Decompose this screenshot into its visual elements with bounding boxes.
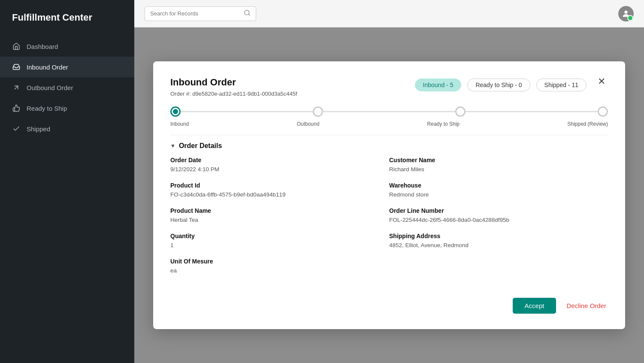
inbound-badge[interactable]: Inbound - 5 bbox=[415, 79, 462, 91]
modal-header: Inbound Order Order #: d9e5820e-ad32-ed1… bbox=[170, 77, 608, 97]
modal-footer: Accept Decline Order bbox=[170, 293, 608, 314]
decline-button[interactable]: Decline Order bbox=[565, 298, 608, 314]
search-icon bbox=[244, 9, 251, 18]
app-title: Fulfillment Center bbox=[0, 0, 134, 36]
step-label-shipped: Shipped (Review) bbox=[567, 121, 608, 127]
field-order-line-number: Order Line Number FOL-225444dc-26f5-4666… bbox=[389, 207, 608, 223]
step-label-inbound: Inbound bbox=[170, 121, 189, 127]
sidebar-item-label: Ready to Ship bbox=[27, 105, 67, 112]
product-name-label: Product Name bbox=[170, 207, 372, 214]
sidebar-item-label: Inbound Order bbox=[27, 64, 68, 71]
order-details-label: Order Details bbox=[179, 142, 222, 150]
search-input[interactable] bbox=[150, 10, 240, 17]
details-right-col: Customer Name Richard Miles Warehouse Re… bbox=[389, 157, 608, 283]
step-dot-shipped bbox=[598, 106, 608, 117]
progress-track bbox=[170, 106, 608, 117]
details-grid: Order Date 9/12/2022 4:10 PM Product Id … bbox=[170, 157, 608, 283]
order-date-label: Order Date bbox=[170, 157, 372, 163]
customer-name-value: Richard Miles bbox=[389, 166, 608, 172]
product-id-value: FO-c3d4c0da-6ffb-4575-b9ef-bd0aa494b119 bbox=[170, 191, 372, 198]
svg-point-3 bbox=[624, 10, 627, 13]
sidebar-item-label: Shipped bbox=[27, 125, 50, 133]
step-label-ready: Ready to Ship bbox=[427, 121, 460, 127]
modal-title-section: Inbound Order Order #: d9e5820e-ad32-ed1… bbox=[170, 77, 415, 97]
sidebar-item-outbound-order[interactable]: Outbound Order bbox=[0, 77, 134, 98]
product-name-value: Herbal Tea bbox=[170, 217, 372, 223]
field-shipping-address: Shipping Address 4852, Elliot, Avenue, R… bbox=[389, 233, 608, 248]
details-left-col: Order Date 9/12/2022 4:10 PM Product Id … bbox=[170, 157, 389, 283]
sidebar-nav: Dashboard Inbound Order Outbound Order bbox=[0, 36, 134, 139]
shipped-badge[interactable]: Shipped - 11 bbox=[536, 79, 587, 91]
sidebar-item-dashboard[interactable]: Dashboard bbox=[0, 36, 134, 57]
content-area: Inbound Order Order #: d9e5820e-ad32-ed1… bbox=[134, 27, 644, 363]
step-labels: Inbound Outbound Ready to Ship Shipped (… bbox=[170, 121, 608, 127]
shipping-address-label: Shipping Address bbox=[389, 233, 608, 239]
order-line-number-value: FOL-225444dc-26f5-4666-8da0-0ac4288df95b bbox=[389, 217, 608, 223]
field-unit-of-measure: Unit Of Mesure ea bbox=[170, 258, 372, 274]
sidebar-item-inbound-order[interactable]: Inbound Order bbox=[0, 57, 134, 77]
sidebar-item-ready-to-ship[interactable]: Ready to Ship bbox=[0, 98, 134, 118]
field-quantity: Quantity 1 bbox=[170, 233, 372, 248]
unit-of-measure-value: ea bbox=[170, 267, 372, 274]
customer-name-label: Customer Name bbox=[389, 157, 608, 163]
outbox-icon bbox=[12, 83, 21, 92]
unit-of-measure-label: Unit Of Mesure bbox=[170, 258, 372, 265]
accept-button[interactable]: Accept bbox=[513, 298, 556, 314]
field-product-id: Product Id FO-c3d4c0da-6ffb-4575-b9ef-bd… bbox=[170, 182, 372, 198]
order-line-number-label: Order Line Number bbox=[389, 207, 608, 214]
field-customer-name: Customer Name Richard Miles bbox=[389, 157, 608, 172]
quantity-label: Quantity bbox=[170, 233, 372, 239]
svg-line-0 bbox=[15, 86, 18, 90]
product-id-label: Product Id bbox=[170, 182, 372, 189]
home-icon bbox=[12, 42, 21, 51]
svg-line-2 bbox=[248, 14, 250, 15]
field-product-name: Product Name Herbal Tea bbox=[170, 207, 372, 223]
topbar bbox=[134, 0, 644, 27]
inbox-icon bbox=[12, 63, 21, 71]
order-date-value: 9/12/2022 4:10 PM bbox=[170, 166, 372, 172]
sidebar-item-shipped[interactable]: Shipped bbox=[0, 118, 134, 139]
check-icon bbox=[12, 124, 21, 133]
step-dot-outbound bbox=[313, 106, 323, 117]
field-warehouse: Warehouse Redmond store bbox=[389, 182, 608, 198]
sidebar-item-label: Dashboard bbox=[27, 43, 58, 50]
progress-bar: Inbound Outbound Ready to Ship Shipped (… bbox=[170, 106, 608, 127]
modal-dialog: Inbound Order Order #: d9e5820e-ad32-ed1… bbox=[153, 61, 625, 329]
modal-title: Inbound Order bbox=[170, 77, 415, 88]
step-dot-inbound bbox=[170, 106, 181, 117]
warehouse-label: Warehouse bbox=[389, 182, 608, 189]
ready-to-ship-badge[interactable]: Ready to Ship - 0 bbox=[467, 79, 530, 91]
thumbsup-icon bbox=[12, 104, 21, 112]
order-details-header[interactable]: ▼ Order Details bbox=[170, 135, 608, 150]
sidebar-item-label: Outbound Order bbox=[27, 84, 73, 91]
search-box[interactable] bbox=[145, 6, 256, 21]
avatar bbox=[618, 6, 634, 21]
close-button[interactable]: ✕ bbox=[595, 76, 608, 87]
field-order-date: Order Date 9/12/2022 4:10 PM bbox=[170, 157, 372, 172]
order-number-value: d9e5820e-ad32-ed11-9db1-000d3a5c445f bbox=[192, 91, 297, 97]
chevron-down-icon: ▼ bbox=[170, 143, 175, 149]
step-dot-ready bbox=[455, 106, 466, 117]
step-label-outbound: Outbound bbox=[297, 121, 320, 127]
modal-order-number: Order #: d9e5820e-ad32-ed11-9db1-000d3a5… bbox=[170, 91, 415, 97]
progress-steps bbox=[170, 106, 608, 117]
modal-status-badges: Inbound - 5 Ready to Ship - 0 Shipped - … bbox=[415, 79, 587, 91]
order-number-label: Order #: bbox=[170, 91, 191, 97]
warehouse-value: Redmond store bbox=[389, 191, 608, 198]
shipping-address-value: 4852, Elliot, Avenue, Redmond bbox=[389, 242, 608, 248]
main-area: Inbound Order Order #: d9e5820e-ad32-ed1… bbox=[134, 0, 644, 363]
quantity-value: 1 bbox=[170, 242, 372, 248]
sidebar: Fulfillment Center Dashboard Inbound Ord… bbox=[0, 0, 134, 363]
